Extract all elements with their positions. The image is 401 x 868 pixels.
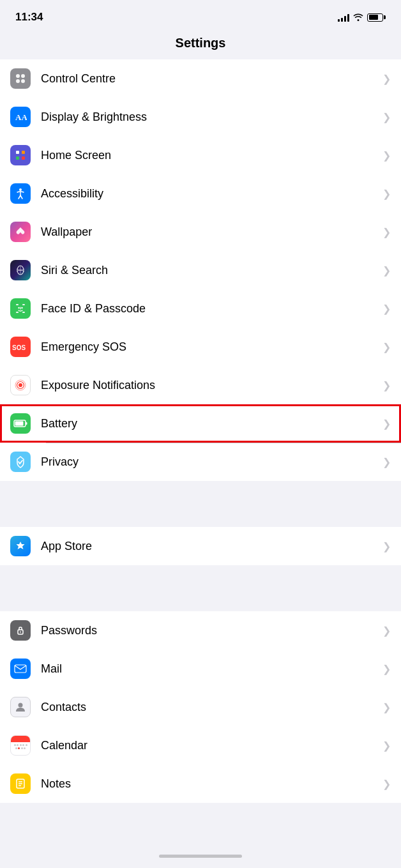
settings-row-app-store[interactable]: App Store ❯ (0, 527, 401, 565)
svg-text:AA: AA (15, 112, 27, 122)
display-brightness-label: Display & Brightness (41, 110, 377, 124)
display-brightness-icon: AA (10, 107, 31, 127)
mail-label: Mail (41, 662, 377, 676)
section-apps: Passwords ❯ Mail ❯ Contacts ❯ (0, 611, 401, 803)
contacts-chevron: ❯ (382, 701, 391, 713)
svg-rect-19 (22, 312, 25, 313)
emergency-sos-chevron: ❯ (382, 341, 391, 353)
svg-rect-6 (22, 151, 25, 154)
home-screen-icon (10, 145, 31, 165)
exposure-label: Exposure Notifications (41, 379, 377, 392)
settings-row-home-screen[interactable]: Home Screen ❯ (0, 136, 401, 174)
app-store-chevron: ❯ (382, 540, 391, 552)
battery-status-icon (367, 13, 386, 22)
settings-row-privacy[interactable]: Privacy ❯ (0, 443, 401, 481)
settings-row-contacts[interactable]: Contacts ❯ (0, 688, 401, 726)
settings-row-accessibility[interactable]: Accessibility ❯ (0, 174, 401, 213)
svg-point-21 (21, 307, 22, 308)
display-brightness-chevron: ❯ (382, 111, 391, 123)
svg-point-9 (19, 188, 22, 191)
wallpaper-icon (10, 222, 31, 242)
face-id-chevron: ❯ (382, 303, 391, 315)
emergency-sos-icon: SOS (10, 337, 31, 357)
home-indicator (159, 855, 242, 858)
svg-rect-7 (16, 156, 19, 160)
svg-text:SOS: SOS (12, 344, 26, 351)
settings-row-wallpaper[interactable]: Wallpaper ❯ (0, 213, 401, 251)
settings-row-siri-search[interactable]: Siri & Search ❯ (0, 251, 401, 289)
svg-point-3 (21, 79, 25, 83)
svg-rect-17 (22, 304, 25, 305)
svg-point-24 (19, 383, 22, 387)
section-spacer-1 (0, 504, 401, 527)
svg-line-11 (19, 195, 20, 199)
svg-point-31 (20, 632, 21, 633)
emergency-sos-label: Emergency SOS (41, 340, 377, 354)
contacts-icon (10, 697, 31, 717)
control-centre-label: Control Centre (41, 72, 377, 86)
app-store-label: App Store (41, 540, 377, 553)
siri-search-label: Siri & Search (41, 264, 377, 277)
contacts-label: Contacts (41, 701, 377, 714)
notes-chevron: ❯ (382, 778, 391, 790)
settings-row-notes[interactable]: Notes ❯ (0, 765, 401, 803)
svg-point-13 (20, 230, 22, 232)
svg-rect-29 (26, 422, 27, 425)
face-id-label: Face ID & Passcode (41, 302, 377, 316)
svg-rect-32 (15, 665, 26, 673)
page-title: Settings (176, 36, 226, 50)
settings-row-calendar[interactable]: Calendar ❯ (0, 726, 401, 765)
signal-icon (338, 13, 349, 22)
privacy-chevron: ❯ (382, 456, 391, 468)
passwords-chevron: ❯ (382, 625, 391, 637)
section-display: Control Centre ❯ AA Display & Brightness… (0, 59, 401, 481)
svg-point-1 (21, 74, 25, 78)
section-appstore: App Store ❯ (0, 527, 401, 565)
calendar-chevron: ❯ (382, 740, 391, 752)
status-icons (338, 12, 386, 23)
notes-icon (10, 773, 31, 794)
svg-rect-8 (22, 156, 25, 160)
wifi-icon (353, 12, 363, 23)
svg-point-20 (18, 307, 19, 308)
privacy-icon (10, 452, 31, 472)
exposure-icon (10, 375, 31, 395)
settings-row-exposure[interactable]: Exposure Notifications ❯ (0, 366, 401, 404)
svg-rect-5 (16, 151, 19, 154)
calendar-icon (10, 735, 31, 756)
settings-row-display-brightness[interactable]: AA Display & Brightness ❯ (0, 98, 401, 136)
wallpaper-label: Wallpaper (41, 225, 377, 239)
settings-row-emergency-sos[interactable]: SOS Emergency SOS ❯ (0, 328, 401, 366)
exposure-chevron: ❯ (382, 379, 391, 392)
home-screen-label: Home Screen (41, 149, 377, 162)
battery-chevron: ❯ (382, 418, 391, 430)
svg-rect-28 (15, 422, 24, 426)
svg-point-0 (16, 74, 20, 78)
mail-chevron: ❯ (382, 663, 391, 675)
accessibility-label: Accessibility (41, 187, 377, 201)
privacy-label: Privacy (41, 455, 377, 469)
passwords-icon (10, 620, 31, 641)
control-centre-chevron: ❯ (382, 73, 391, 85)
passwords-label: Passwords (41, 624, 377, 637)
battery-icon (10, 413, 31, 434)
svg-rect-18 (16, 312, 19, 313)
settings-row-passwords[interactable]: Passwords ❯ (0, 611, 401, 650)
settings-row-face-id[interactable]: Face ID & Passcode ❯ (0, 289, 401, 328)
control-centre-icon (10, 68, 31, 89)
status-time: 11:34 (15, 11, 43, 24)
settings-row-battery[interactable]: Battery ❯ (0, 404, 401, 443)
siri-search-chevron: ❯ (382, 264, 391, 277)
face-id-icon (10, 298, 31, 319)
svg-rect-16 (16, 304, 19, 305)
svg-point-33 (19, 703, 23, 708)
svg-line-12 (20, 195, 22, 199)
settings-row-control-centre[interactable]: Control Centre ❯ (0, 59, 401, 98)
notes-label: Notes (41, 777, 377, 791)
home-screen-chevron: ❯ (382, 149, 391, 162)
accessibility-chevron: ❯ (382, 188, 391, 200)
settings-row-mail[interactable]: Mail ❯ (0, 650, 401, 688)
section-spacer-2 (0, 588, 401, 611)
app-store-icon (10, 536, 31, 556)
mail-icon (10, 659, 31, 679)
